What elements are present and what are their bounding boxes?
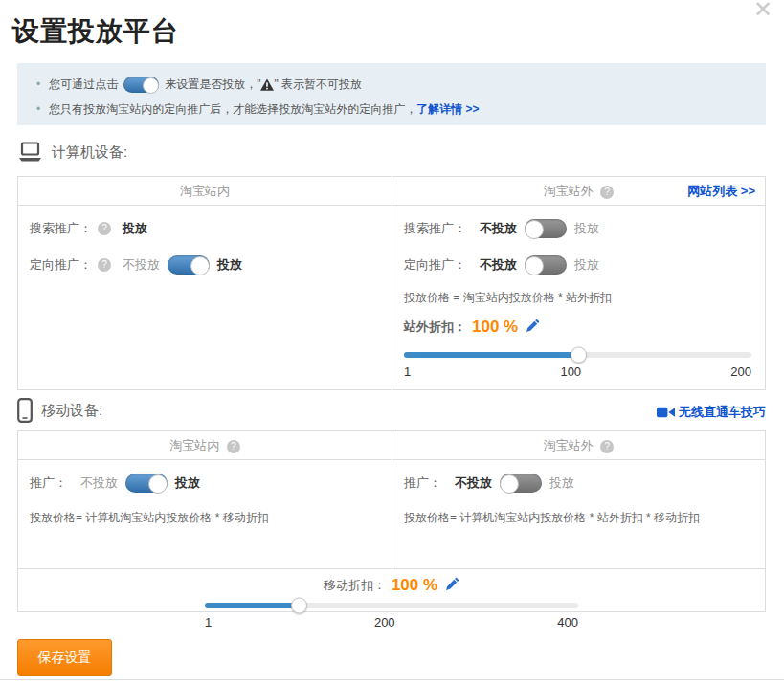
mobile-icon xyxy=(17,398,33,423)
off-option-label: 不投放 xyxy=(480,256,517,274)
slider-handle[interactable] xyxy=(571,347,587,364)
help-icon[interactable]: ? xyxy=(227,440,240,453)
wireless-tips-link[interactable]: 无线直通车技巧 xyxy=(657,404,766,421)
learn-more-link[interactable]: 了解详情 >> xyxy=(416,101,479,118)
mobile-discount-slider[interactable] xyxy=(205,603,578,608)
computer-section-header: 计算机设备: xyxy=(17,142,127,163)
computer-inside-search-row: 搜索推广： ? 投放 xyxy=(30,217,378,240)
mobile-inside-header: 淘宝站内 ? xyxy=(18,431,392,460)
off-option-label: 不投放 xyxy=(455,474,492,492)
on-option-label: 投放 xyxy=(574,256,599,274)
mobile-inside-promo-row: 推广： 不投放 投放 xyxy=(30,472,378,495)
computer-inside-targeted-row: 定向推广： ? 不投放 投放 xyxy=(30,253,378,276)
mobile-discount-row: 移动折扣： 100 % xyxy=(18,576,765,595)
help-icon[interactable]: ? xyxy=(600,186,614,199)
computer-outside-targeted-row: 定向推广： 不投放 投放 xyxy=(404,253,751,276)
computer-outside-header-label: 淘宝站外 xyxy=(544,184,594,198)
off-option-label: 不投放 xyxy=(480,220,517,237)
mobile-discount-value: 100 % xyxy=(392,576,437,595)
computer-outside-header: 淘宝站外 ? 网站列表 >> xyxy=(392,177,765,206)
close-icon[interactable]: ✕ xyxy=(753,0,773,21)
computer-outside-column: 淘宝站外 ? 网站列表 >> 搜索推广： 不投放 投放 定向推广： 不投放 投放… xyxy=(392,177,765,389)
mobile-section-label: 移动设备: xyxy=(41,402,102,420)
scale-min: 1 xyxy=(205,615,212,629)
mobile-outside-header-label: 淘宝站外 xyxy=(544,438,594,452)
mobile-inside-header-label: 淘宝站内 xyxy=(169,438,219,452)
outside-slider-scale: 1 100 200 xyxy=(404,364,751,379)
computer-inside-header-label: 淘宝站内 xyxy=(180,184,230,198)
page-bottom-divider xyxy=(0,679,784,680)
scale-max: 400 xyxy=(557,615,578,629)
settings-dialog: ✕ 设置投放平台 • 您可通过点击 来设置是否投放，" " 表示暂不可投放 • … xyxy=(0,0,784,683)
search-promo-label: 搜索推广： xyxy=(30,220,92,237)
mobile-inside-cell: 推广： 不投放 投放 投放价格= 计算机淘宝站内投放价格 * 移动折扣 xyxy=(18,460,392,568)
notice-text-2: 您只有投放淘宝站内的定向推广后，才能选择投放淘宝站外的定向推广， xyxy=(49,101,416,118)
off-option-label: 不投放 xyxy=(123,256,160,274)
mobile-outside-cell: 推广： 不投放 投放 投放价格= 计算机淘宝站内投放价格 * 站外折扣 * 移动… xyxy=(392,460,765,568)
on-option-label: 投放 xyxy=(175,474,200,492)
mobile-outside-promo-row: 推广： 不投放 投放 xyxy=(404,472,751,495)
page-title: 设置投放平台 xyxy=(12,13,179,50)
computer-inside-targeted-toggle[interactable] xyxy=(168,255,210,275)
website-list-link[interactable]: 网站列表 >> xyxy=(687,177,755,206)
mobile-section-header: 移动设备: xyxy=(17,398,102,423)
mobile-discount-label: 移动折扣： xyxy=(324,577,386,594)
help-icon[interactable]: ? xyxy=(98,222,111,235)
notice-text-end: " 表示暂不可投放 xyxy=(274,77,362,93)
computer-outside-targeted-toggle[interactable] xyxy=(525,255,567,275)
wireless-tips-label: 无线直通车技巧 xyxy=(679,404,766,421)
on-option-label: 投放 xyxy=(217,256,242,274)
computer-inside-column: 淘宝站内 搜索推广： ? 投放 定向推广： ? 不投放 投放 xyxy=(18,177,392,389)
slider-fill xyxy=(404,352,578,358)
example-toggle xyxy=(123,77,159,93)
computer-inside-header: 淘宝站内 xyxy=(18,177,392,206)
promo-label: 推广： xyxy=(30,474,67,492)
mobile-table: 淘宝站内 ? 淘宝站外 ? 推广： 不投放 投放 投放价格= 计算机淘宝站内投放… xyxy=(17,430,766,612)
video-camera-icon xyxy=(657,407,675,418)
outside-price-formula: 投放价格 = 淘宝站内投放价格 * 站外折扣 xyxy=(404,290,751,306)
help-icon[interactable]: ? xyxy=(98,258,111,272)
outside-discount-value: 100 % xyxy=(472,318,518,337)
mobile-outside-toggle[interactable] xyxy=(500,474,542,493)
notice-text-after-toggle: 来设置是否投放，" xyxy=(165,77,260,93)
mobile-outside-formula: 投放价格= 计算机淘宝站内投放价格 * 站外折扣 * 移动折扣 xyxy=(404,510,751,526)
notice-box: • 您可通过点击 来设置是否投放，" " 表示暂不可投放 • 您只有投放淘宝站内… xyxy=(17,63,766,125)
notice-text-before-toggle: 您可通过点击 xyxy=(49,77,118,93)
mobile-outside-header: 淘宝站外 ? xyxy=(392,431,765,460)
outside-discount-row: 站外折扣： 100 % xyxy=(404,318,751,337)
computer-icon xyxy=(17,142,43,163)
save-settings-button[interactable]: 保存设置 xyxy=(17,639,112,676)
mobile-slider-scale: 1 200 400 xyxy=(205,615,578,629)
computer-section-label: 计算机设备: xyxy=(52,143,127,162)
scale-max: 200 xyxy=(730,364,751,379)
scale-min: 1 xyxy=(404,364,411,379)
outside-discount-slider[interactable] xyxy=(404,352,751,358)
bullet-icon: • xyxy=(36,102,40,116)
off-option-label: 不投放 xyxy=(80,474,118,492)
targeted-promo-label: 定向推广： xyxy=(404,256,466,274)
notice-line-2: • 您只有投放淘宝站内的定向推广后，才能选择投放淘宝站外的定向推广， 了解详情 … xyxy=(36,98,747,121)
slider-fill xyxy=(205,603,299,608)
on-option-label: 投放 xyxy=(574,220,599,237)
slider-handle[interactable] xyxy=(291,598,307,614)
help-icon[interactable]: ? xyxy=(600,440,614,453)
scale-mid: 200 xyxy=(374,615,395,629)
edit-icon[interactable] xyxy=(526,319,540,337)
mobile-inside-formula: 投放价格= 计算机淘宝站内投放价格 * 移动折扣 xyxy=(30,510,378,526)
mobile-inside-toggle[interactable] xyxy=(125,474,168,493)
notice-line-1: • 您可通过点击 来设置是否投放，" " 表示暂不可投放 xyxy=(36,73,747,96)
on-option-label: 投放 xyxy=(549,474,574,492)
edit-icon[interactable] xyxy=(445,577,459,595)
scale-mid: 100 xyxy=(560,364,581,379)
promo-label: 推广： xyxy=(404,474,441,492)
search-promo-label: 搜索推广： xyxy=(404,220,466,237)
mobile-discount-footer: 移动折扣： 100 % 1 200 400 xyxy=(18,568,765,641)
computer-outside-search-toggle[interactable] xyxy=(525,219,567,238)
warning-icon xyxy=(260,78,274,91)
outside-discount-label: 站外折扣： xyxy=(404,319,466,336)
bullet-icon: • xyxy=(36,77,40,91)
targeted-promo-label: 定向推广： xyxy=(30,256,92,274)
search-promo-value: 投放 xyxy=(123,220,147,237)
computer-outside-search-row: 搜索推广： 不投放 投放 xyxy=(404,217,751,240)
computer-table: 淘宝站内 搜索推广： ? 投放 定向推广： ? 不投放 投放 淘宝站外 xyxy=(17,176,766,390)
